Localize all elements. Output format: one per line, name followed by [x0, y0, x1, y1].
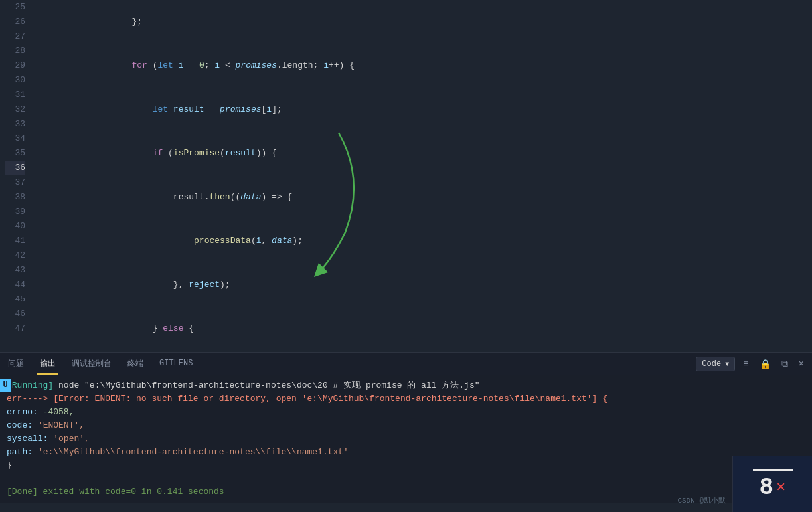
closing-brace: } [7, 460, 12, 470]
code-line: result.then((data) => { [36, 175, 812, 219]
editor-area: 25 26 27 28 29 30 31 32 33 34 35 36 37 3… [0, 0, 812, 352]
tab-gitlens[interactable]: GITLENS [157, 355, 195, 373]
terminal-errno-line: errno: -4058, [7, 406, 805, 419]
menu-icon[interactable]: ≡ [740, 357, 751, 371]
tab-problems[interactable]: 问题 [5, 354, 27, 375]
terminal-error-line: err----> [Error: ENOENT: no such file or… [7, 392, 805, 406]
error-text: err----> [Error: ENOENT: no such file or… [7, 394, 608, 404]
terminal-brace-line: } [7, 459, 805, 472]
code-line: }; [36, 0, 812, 44]
csdn-credit: CSDN @凯小默 [677, 495, 726, 505]
code-line: processData(i, result); [36, 351, 812, 352]
code-line: if (isPromise(result)) { [36, 131, 812, 175]
tab-output[interactable]: 输出 [37, 354, 58, 375]
terminal-area[interactable]: [Running] node "e:\MyGithub\frontend-arc… [0, 375, 812, 503]
terminal-command: node "e:\MyGithub\frontend-architecture-… [58, 381, 480, 390]
terminal-syscall-line: syscall: 'open', [7, 432, 805, 446]
code-line: } else { [36, 307, 812, 351]
badge-number: 8 [759, 476, 773, 500]
code-key: code: [7, 420, 33, 430]
syscall-val: 'open', [53, 434, 90, 444]
code-line: let result = promises[i]; [36, 88, 812, 131]
close-panel-icon[interactable]: × [796, 357, 807, 371]
chevron-down-icon: ▼ [725, 361, 729, 368]
path-val: 'e:\\MyGithub\\frontend-architecture-not… [38, 447, 349, 457]
code-val: 'ENOENT', [38, 420, 84, 430]
lock-icon[interactable]: 🔒 [757, 357, 773, 371]
code-line: }, reject); [36, 263, 812, 307]
tab-debug-console[interactable]: 调试控制台 [69, 354, 114, 375]
terminal-path-line: path: 'e:\\MyGithub\\frontend-architectu… [7, 446, 805, 459]
code-line: processData(i, data); [36, 219, 812, 263]
error-badge: 8 × [732, 456, 812, 512]
path-key: path: [7, 447, 33, 457]
code-content[interactable]: }; for (let i = 0; i < promises.length; … [33, 0, 812, 352]
terminal-code-line: code: 'ENOENT', [7, 419, 805, 432]
badge-bar [753, 469, 793, 471]
line-numbers: 25 26 27 28 29 30 31 32 33 34 35 36 37 3… [0, 0, 33, 352]
split-icon[interactable]: ⧉ [779, 357, 791, 371]
syscall-key: syscall: [7, 434, 48, 444]
errno-key: errno: [7, 407, 38, 417]
badge-x: × [776, 479, 785, 497]
tab-bar: 问题 输出 调试控制台 终端 GITLENS Code ▼ ≡ 🔒 ⧉ × [0, 352, 812, 375]
running-label: [Running] [7, 381, 53, 390]
code-line: for (let i = 0; i < promises.length; i++… [36, 44, 812, 88]
terminal-blank-line [7, 472, 805, 485]
done-text: [Done] exited with code=0 in 0.141 secon… [7, 487, 224, 497]
sidebar-indicator: U [0, 379, 11, 392]
code-dropdown[interactable]: Code ▼ [696, 357, 735, 371]
terminal-running-line: [Running] node "e:\MyGithub\frontend-arc… [7, 379, 805, 392]
tab-terminal[interactable]: 终端 [125, 354, 146, 375]
errno-val: -4058, [43, 407, 74, 417]
